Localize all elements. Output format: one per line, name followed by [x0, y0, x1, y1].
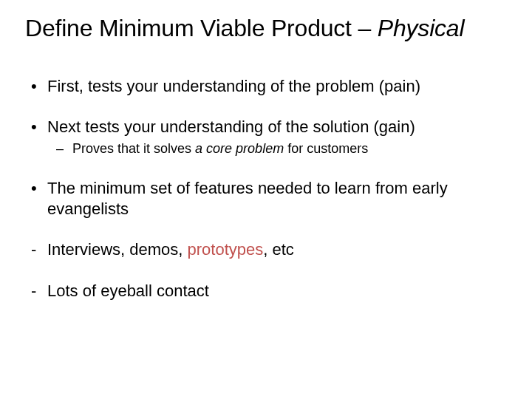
- slide: Define Minimum Viable Product – Physical…: [0, 0, 532, 399]
- bullet-4-post: , etc: [263, 240, 294, 259]
- bullet-2: Next tests your understanding of the sol…: [25, 117, 507, 157]
- bullet-4-accent: prototypes: [188, 240, 264, 259]
- bullet-1-text: First, tests your understanding of the p…: [47, 77, 420, 95]
- bullet-4: Interviews, demos, prototypes, etc: [25, 239, 507, 260]
- bullet-4-pre: Interviews, demos,: [47, 240, 188, 259]
- bullet-2-sub: Proves that it solves a core problem for…: [47, 140, 507, 157]
- bullet-list: First, tests your understanding of the p…: [25, 76, 507, 301]
- title-italic: Physical: [378, 15, 465, 41]
- bullet-2-text: Next tests your understanding of the sol…: [47, 117, 415, 136]
- bullet-2-sub-em: a core problem: [195, 141, 284, 156]
- bullet-3: The minimum set of features needed to le…: [25, 178, 507, 219]
- title-main: Define Minimum Viable Product –: [25, 15, 378, 41]
- bullet-1: First, tests your understanding of the p…: [25, 76, 507, 97]
- bullet-3-text: The minimum set of features needed to le…: [47, 179, 448, 218]
- slide-title: Define Minimum Viable Product – Physical: [25, 15, 507, 42]
- bullet-2-sub-post: for customers: [284, 141, 368, 156]
- bullet-5: Lots of eyeball contact: [25, 281, 507, 301]
- bullet-2-sublist: Proves that it solves a core problem for…: [47, 140, 507, 157]
- bullet-2-sub-pre: Proves that it solves: [72, 141, 195, 156]
- bullet-5-text: Lots of eyeball contact: [47, 282, 209, 300]
